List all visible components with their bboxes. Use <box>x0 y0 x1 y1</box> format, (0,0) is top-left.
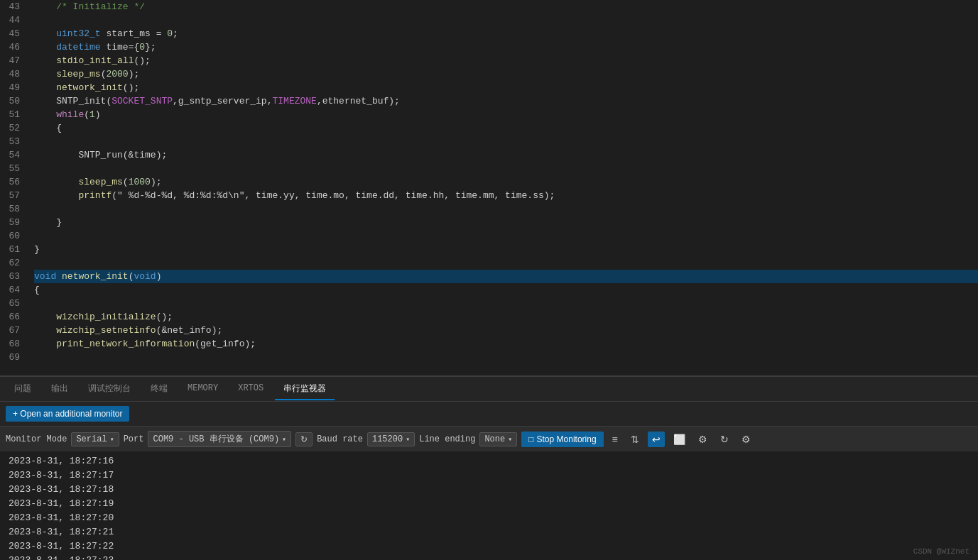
line-ending-select[interactable]: None ▾ <box>479 432 517 446</box>
serial-line: 2023-8-31, 18:27:16 <box>9 454 969 468</box>
stop-monitoring-button[interactable]: □ Stop Monitoring <box>521 432 603 447</box>
baud-select[interactable]: 115200 ▾ <box>367 432 415 446</box>
mode-chevron-icon: ▾ <box>110 435 114 444</box>
baud-value: 115200 <box>372 434 403 444</box>
serial-line: 2023-8-31, 18:27:23 <box>9 554 969 560</box>
tab-memory[interactable]: MEMORY <box>179 379 227 399</box>
serial-line: 2023-8-31, 18:27:19 <box>9 497 969 511</box>
export-button[interactable]: ⬜ <box>669 432 690 447</box>
mode-value: Serial <box>76 434 107 444</box>
port-label: Port <box>124 434 144 444</box>
line-ending-chevron-icon: ▾ <box>508 435 512 444</box>
line-ending-label: Line ending <box>419 434 475 444</box>
settings-button[interactable]: ⚙ <box>694 432 712 447</box>
port-value: COM9 - USB 串行设备 (COM9) <box>153 433 279 445</box>
tab-xrtos[interactable]: XRTOS <box>229 379 272 399</box>
tab-issues[interactable]: 问题 <box>6 378 40 400</box>
tab-output[interactable]: 输出 <box>43 378 77 400</box>
serial-output: 2023-8-31, 18:27:162023-8-31, 18:27:1720… <box>0 451 978 560</box>
baud-label: Baud rate <box>317 434 363 444</box>
open-additional-monitor-button[interactable]: + Open an additional monitor <box>6 406 129 422</box>
word-wrap-button[interactable]: ↩ <box>648 432 665 447</box>
stop-icon: □ <box>528 434 533 444</box>
tab-serial-monitor[interactable]: 串行监视器 <box>275 378 335 400</box>
bottom-panel: 问题输出调试控制台终端MEMORYXRTOS串行监视器 + Open an ad… <box>0 375 978 560</box>
serial-line: 2023-8-31, 18:27:21 <box>9 525 969 539</box>
code-editor: 4344454647484950515253545556575859606162… <box>0 0 978 375</box>
clear-output-button[interactable]: ≡ <box>608 432 622 447</box>
watermark: CSDN @WIZnet <box>913 547 969 556</box>
code-lines: /* Initialize */ uint32_t start_ms = 0; … <box>28 0 978 375</box>
serial-line: 2023-8-31, 18:27:18 <box>9 483 969 497</box>
tabs-bar: 问题输出调试控制台终端MEMORYXRTOS串行监视器 <box>0 376 978 401</box>
mode-label: Monitor Mode <box>6 434 67 444</box>
line-ending-value: None <box>484 434 505 444</box>
refresh-port-button[interactable]: ↻ <box>295 432 313 446</box>
serial-line: 2023-8-31, 18:27:20 <box>9 511 969 525</box>
port-select[interactable]: COM9 - USB 串行设备 (COM9) ▾ <box>148 431 291 447</box>
open-monitor-row: + Open an additional monitor <box>0 401 978 426</box>
serial-line: 2023-8-31, 18:27:22 <box>9 539 969 554</box>
more-options-button[interactable]: ⚙ <box>737 432 755 447</box>
serial-controls-bar: Monitor Mode Serial ▾ Port COM9 - USB 串行… <box>0 426 978 451</box>
tab-terminal[interactable]: 终端 <box>142 378 176 400</box>
mode-select[interactable]: Serial ▾ <box>71 432 119 446</box>
scroll-lock-button[interactable]: ⇅ <box>626 432 643 447</box>
baud-chevron-icon: ▾ <box>406 435 410 444</box>
serial-line: 2023-8-31, 18:27:17 <box>9 468 969 483</box>
auto-scroll-button[interactable]: ↻ <box>716 432 733 447</box>
tab-debug-console[interactable]: 调试控制台 <box>80 378 139 400</box>
line-numbers: 4344454647484950515253545556575859606162… <box>0 0 28 375</box>
stop-label: Stop Monitoring <box>537 434 597 444</box>
port-chevron-icon: ▾ <box>282 435 286 444</box>
